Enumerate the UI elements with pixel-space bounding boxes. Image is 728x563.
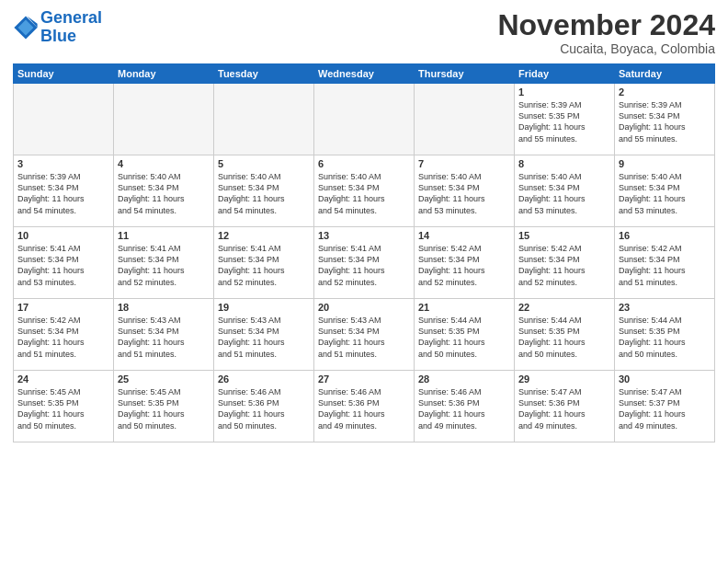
day-info: Sunrise: 5:39 AM Sunset: 5:34 PM Dayligh…	[619, 99, 711, 144]
day-number: 26	[218, 373, 310, 385]
calendar-cell: 1Sunrise: 5:39 AM Sunset: 5:35 PM Daylig…	[515, 84, 615, 155]
day-info: Sunrise: 5:39 AM Sunset: 5:34 PM Dayligh…	[17, 171, 109, 216]
day-number: 23	[619, 302, 711, 313]
calendar-cell: 19Sunrise: 5:43 AM Sunset: 5:34 PM Dayli…	[214, 299, 314, 371]
day-number: 5	[218, 158, 310, 169]
calendar-cell: 22Sunrise: 5:44 AM Sunset: 5:35 PM Dayli…	[515, 299, 615, 371]
calendar-week-row: 10Sunrise: 5:41 AM Sunset: 5:34 PM Dayli…	[14, 227, 715, 299]
calendar-cell: 7Sunrise: 5:40 AM Sunset: 5:34 PM Daylig…	[415, 155, 515, 227]
day-info: Sunrise: 5:40 AM Sunset: 5:34 PM Dayligh…	[418, 171, 510, 216]
calendar-cell: 14Sunrise: 5:42 AM Sunset: 5:34 PM Dayli…	[415, 227, 515, 299]
calendar-cell: 15Sunrise: 5:42 AM Sunset: 5:34 PM Dayli…	[515, 227, 615, 299]
calendar-cell	[415, 84, 515, 155]
calendar-page: General Blue November 2024 Cucaita, Boya…	[0, 0, 728, 563]
calendar-cell: 18Sunrise: 5:43 AM Sunset: 5:34 PM Dayli…	[114, 299, 214, 371]
calendar-cell	[214, 84, 314, 155]
day-number: 25	[118, 373, 210, 385]
calendar-week-row: 3Sunrise: 5:39 AM Sunset: 5:34 PM Daylig…	[14, 155, 715, 227]
calendar-cell: 24Sunrise: 5:45 AM Sunset: 5:35 PM Dayli…	[14, 371, 114, 442]
day-number: 4	[118, 158, 210, 169]
day-number: 3	[17, 158, 109, 169]
day-info: Sunrise: 5:40 AM Sunset: 5:34 PM Dayligh…	[118, 171, 210, 216]
day-info: Sunrise: 5:44 AM Sunset: 5:35 PM Dayligh…	[418, 315, 510, 360]
day-info: Sunrise: 5:41 AM Sunset: 5:34 PM Dayligh…	[17, 243, 109, 288]
day-info: Sunrise: 5:41 AM Sunset: 5:34 PM Dayligh…	[118, 243, 210, 288]
day-info: Sunrise: 5:44 AM Sunset: 5:35 PM Dayligh…	[619, 315, 711, 360]
day-number: 7	[418, 158, 510, 169]
weekday-header: Tuesday	[214, 64, 314, 84]
day-info: Sunrise: 5:42 AM Sunset: 5:34 PM Dayligh…	[518, 243, 610, 288]
title-area: November 2024 Cucaita, Boyaca, Colombia	[497, 9, 715, 56]
calendar-table: SundayMondayTuesdayWednesdayThursdayFrid…	[13, 63, 715, 442]
day-number: 6	[318, 158, 410, 169]
day-info: Sunrise: 5:39 AM Sunset: 5:35 PM Dayligh…	[518, 99, 610, 144]
calendar-cell: 20Sunrise: 5:43 AM Sunset: 5:34 PM Dayli…	[314, 299, 415, 371]
day-number: 16	[619, 230, 711, 241]
day-number: 20	[318, 302, 410, 313]
calendar-week-row: 24Sunrise: 5:45 AM Sunset: 5:35 PM Dayli…	[14, 371, 715, 442]
day-number: 8	[518, 158, 610, 169]
calendar-cell: 11Sunrise: 5:41 AM Sunset: 5:34 PM Dayli…	[114, 227, 214, 299]
logo-area: General Blue	[13, 9, 102, 46]
calendar-week-row: 17Sunrise: 5:42 AM Sunset: 5:34 PM Dayli…	[14, 299, 715, 371]
day-number: 17	[17, 302, 109, 313]
day-number: 12	[218, 230, 310, 241]
calendar-cell	[314, 84, 415, 155]
day-info: Sunrise: 5:40 AM Sunset: 5:34 PM Dayligh…	[318, 171, 410, 216]
calendar-cell: 21Sunrise: 5:44 AM Sunset: 5:35 PM Dayli…	[415, 299, 515, 371]
day-info: Sunrise: 5:41 AM Sunset: 5:34 PM Dayligh…	[318, 243, 410, 288]
day-number: 29	[518, 373, 610, 385]
day-info: Sunrise: 5:44 AM Sunset: 5:35 PM Dayligh…	[518, 315, 610, 360]
calendar-cell: 4Sunrise: 5:40 AM Sunset: 5:34 PM Daylig…	[114, 155, 214, 227]
day-number: 2	[619, 86, 711, 98]
calendar-cell: 16Sunrise: 5:42 AM Sunset: 5:34 PM Dayli…	[615, 227, 715, 299]
day-number: 9	[619, 158, 711, 169]
day-number: 13	[318, 230, 410, 241]
weekday-header: Wednesday	[314, 64, 415, 84]
weekday-header: Sunday	[14, 64, 114, 84]
day-info: Sunrise: 5:47 AM Sunset: 5:36 PM Dayligh…	[518, 386, 610, 431]
day-info: Sunrise: 5:42 AM Sunset: 5:34 PM Dayligh…	[619, 243, 711, 288]
header: General Blue November 2024 Cucaita, Boya…	[13, 9, 715, 56]
day-info: Sunrise: 5:41 AM Sunset: 5:34 PM Dayligh…	[218, 243, 310, 288]
day-number: 28	[418, 373, 510, 385]
day-number: 15	[518, 230, 610, 241]
weekday-header: Saturday	[615, 64, 715, 84]
calendar-cell: 9Sunrise: 5:40 AM Sunset: 5:34 PM Daylig…	[615, 155, 715, 227]
logo-general: General	[40, 8, 102, 27]
weekday-header: Monday	[114, 64, 214, 84]
calendar-cell: 25Sunrise: 5:45 AM Sunset: 5:35 PM Dayli…	[114, 371, 214, 442]
location: Cucaita, Boyaca, Colombia	[497, 41, 715, 56]
calendar-cell: 29Sunrise: 5:47 AM Sunset: 5:36 PM Dayli…	[515, 371, 615, 442]
calendar-cell: 8Sunrise: 5:40 AM Sunset: 5:34 PM Daylig…	[515, 155, 615, 227]
day-number: 19	[218, 302, 310, 313]
day-number: 14	[418, 230, 510, 241]
day-info: Sunrise: 5:42 AM Sunset: 5:34 PM Dayligh…	[17, 315, 109, 360]
day-number: 24	[17, 373, 109, 385]
day-info: Sunrise: 5:45 AM Sunset: 5:35 PM Dayligh…	[118, 386, 210, 431]
day-info: Sunrise: 5:40 AM Sunset: 5:34 PM Dayligh…	[218, 171, 310, 216]
day-info: Sunrise: 5:46 AM Sunset: 5:36 PM Dayligh…	[318, 386, 410, 431]
day-number: 11	[118, 230, 210, 241]
logo-blue: Blue	[40, 27, 76, 45]
day-number: 21	[418, 302, 510, 313]
calendar-cell	[14, 84, 114, 155]
day-info: Sunrise: 5:40 AM Sunset: 5:34 PM Dayligh…	[518, 171, 610, 216]
day-number: 30	[619, 373, 711, 385]
weekday-header: Friday	[515, 64, 615, 84]
calendar-cell: 6Sunrise: 5:40 AM Sunset: 5:34 PM Daylig…	[314, 155, 415, 227]
calendar-cell: 2Sunrise: 5:39 AM Sunset: 5:34 PM Daylig…	[615, 84, 715, 155]
day-number: 22	[518, 302, 610, 313]
calendar-week-row: 1Sunrise: 5:39 AM Sunset: 5:35 PM Daylig…	[14, 84, 715, 155]
day-number: 27	[318, 373, 410, 385]
calendar-cell: 12Sunrise: 5:41 AM Sunset: 5:34 PM Dayli…	[214, 227, 314, 299]
day-number: 10	[17, 230, 109, 241]
day-info: Sunrise: 5:43 AM Sunset: 5:34 PM Dayligh…	[318, 315, 410, 360]
weekday-header: Thursday	[415, 64, 515, 84]
calendar-cell: 5Sunrise: 5:40 AM Sunset: 5:34 PM Daylig…	[214, 155, 314, 227]
calendar-cell	[114, 84, 214, 155]
weekday-header-row: SundayMondayTuesdayWednesdayThursdayFrid…	[14, 64, 715, 84]
day-info: Sunrise: 5:42 AM Sunset: 5:34 PM Dayligh…	[418, 243, 510, 288]
day-info: Sunrise: 5:40 AM Sunset: 5:34 PM Dayligh…	[619, 171, 711, 216]
calendar-cell: 26Sunrise: 5:46 AM Sunset: 5:36 PM Dayli…	[214, 371, 314, 442]
